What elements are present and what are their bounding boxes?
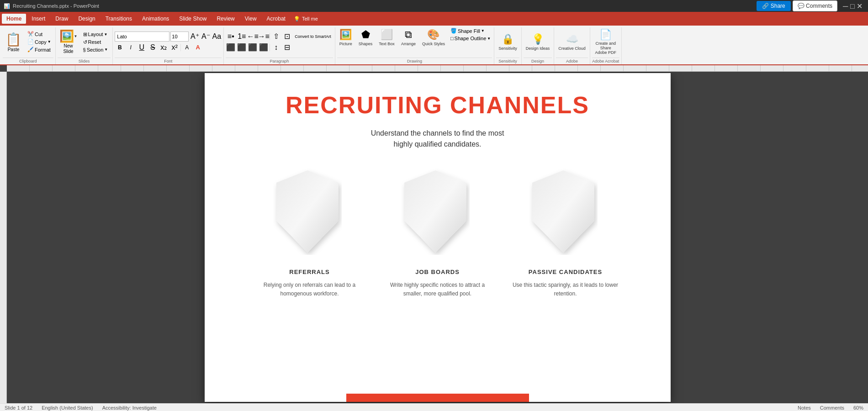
shape-outline-button[interactable]: □Shape Outline▼ — [449, 35, 492, 42]
columns-button[interactable]: ⊟ — [282, 42, 292, 53]
bold-button[interactable]: B — [115, 42, 125, 53]
text-box-button[interactable]: ⬜ Text Box — [376, 27, 397, 47]
layout-button[interactable]: ⊞Layout▼ — [82, 31, 109, 38]
card-title-jobboards: JOB BOARDS — [415, 269, 460, 275]
svg-marker-1 — [404, 170, 466, 253]
comments-status[interactable]: Comments — [820, 405, 844, 411]
menu-view[interactable]: View — [240, 14, 261, 24]
sensitivity-group: 🔒 Sensitivity Sensitivity — [494, 27, 522, 64]
picture-button[interactable]: 🖼️ Picture — [337, 27, 355, 47]
accessibility-info: Accessibility: Investigate — [102, 405, 157, 411]
italic-button[interactable]: I — [126, 42, 136, 53]
paragraph-group: ≡• 1≡ ←≡ →≡ ⇧ ⊡ Convert to SmartArt ⬛ ⬛ … — [224, 27, 335, 64]
align-left-button[interactable]: ⬛ — [226, 42, 236, 53]
slides-label: Slides — [58, 58, 111, 63]
ribbon-toolbar: 📋 Paste ✂️Cut 📄Copy▼ 🖌️Format Clipboard — [0, 26, 868, 65]
language-info: English (United States) — [42, 405, 93, 411]
design-ideas-group: 💡 Design Ideas Design — [522, 27, 555, 64]
strikethrough-button[interactable]: S — [148, 42, 158, 53]
zoom-level: 60% — [853, 405, 863, 411]
vertical-ruler — [0, 72, 7, 403]
creative-cloud-button[interactable]: ☁️ Creative Cloud — [556, 32, 588, 52]
shield-svg-referrals — [273, 168, 342, 255]
shield-svg-passive — [529, 168, 598, 255]
tell-me-box[interactable]: 💡 Tell me — [294, 16, 318, 22]
card-passive[interactable]: PASSIVE CANDIDATES Use this tactic spari… — [511, 168, 620, 298]
menu-design[interactable]: Design — [74, 14, 100, 24]
menu-animations[interactable]: Animations — [138, 14, 174, 24]
notes-button[interactable]: Notes — [798, 405, 811, 411]
indent-decrease-button[interactable]: ←≡ — [248, 32, 258, 42]
sensitivity-button[interactable]: 🔒 Sensitivity — [496, 32, 519, 52]
clipboard-group: 📋 Paste ✂️Cut 📄Copy▼ 🖌️Format Clipboard — [1, 27, 56, 64]
cards-container: REFERRALS Relying only on referrals can … — [232, 168, 643, 298]
clipboard-label: Clipboard — [3, 58, 53, 63]
creative-cloud-group: ☁️ Creative Cloud Adobe — [554, 27, 590, 64]
copy-button[interactable]: 📄Copy▼ — [26, 38, 53, 45]
align-center-button[interactable]: ⬛ — [237, 42, 247, 53]
font-color-button[interactable]: A — [193, 42, 203, 53]
card-desc-referrals: Relying only on referrals can lead to a … — [255, 281, 365, 298]
indent-increase-button[interactable]: →≡ — [259, 32, 269, 42]
line-spacing-button[interactable]: ↕ — [271, 42, 281, 53]
justify-button[interactable]: ⬛ — [259, 42, 269, 53]
menu-review[interactable]: Review — [212, 14, 239, 24]
slides-group: 🖼️ ▼ NewSlide ⊞Layout▼ ↺Reset §Section▼ … — [56, 27, 113, 64]
card-shape-referrals — [273, 168, 346, 259]
subscript-button[interactable]: x₂ — [159, 42, 169, 53]
menu-insert[interactable]: Insert — [27, 14, 50, 24]
horizontal-ruler — [7, 65, 868, 71]
slide-footer-bar — [346, 394, 529, 402]
superscript-button[interactable]: x² — [169, 42, 180, 53]
underline-button[interactable]: U — [137, 42, 147, 53]
menu-acrobat[interactable]: Acrobat — [262, 14, 290, 24]
quick-styles-button[interactable]: 🎨 Quick Styles — [420, 27, 447, 47]
create-share-pdf-button[interactable]: 📄 Create and Share Adobe PDF — [592, 27, 619, 57]
slide-info: Slide 1 of 12 — [5, 405, 32, 411]
new-slide-button[interactable]: 🖼️ ▼ NewSlide — [58, 28, 79, 55]
card-referrals[interactable]: REFERRALS Relying only on referrals can … — [255, 168, 365, 298]
bullets-button[interactable]: ≡• — [226, 32, 236, 42]
reset-button[interactable]: ↺Reset — [82, 39, 109, 46]
card-desc-jobboards: Write highly specific notices to attract… — [383, 281, 492, 298]
font-size-input[interactable] — [170, 32, 189, 42]
card-desc-passive: Use this tactic sparingly, as it leads t… — [511, 281, 620, 298]
card-title-passive: PASSIVE CANDIDATES — [529, 269, 602, 275]
drawing-group: 🖼️ Picture ⬟ Shapes ⬜ Text Box ⧉ Arrange… — [335, 27, 494, 64]
paragraph-label: Paragraph — [226, 58, 333, 63]
menu-slideshow[interactable]: Slide Show — [175, 14, 211, 24]
clear-format-button[interactable]: Aa — [212, 32, 222, 42]
design-ideas-button[interactable]: 💡 Design Ideas — [524, 32, 552, 52]
menu-transitions[interactable]: Transitions — [101, 14, 137, 24]
menu-home[interactable]: Home — [2, 14, 26, 24]
drawing-label: Drawing — [337, 58, 492, 63]
increase-font-button[interactable]: A⁺ — [190, 32, 200, 42]
highlight-button[interactable]: A — [182, 42, 192, 53]
cut-button[interactable]: ✂️Cut — [26, 31, 53, 37]
align-right-button[interactable]: ⬛ — [248, 42, 258, 53]
convert-smartart-button[interactable]: Convert to SmartArt — [293, 32, 333, 42]
text-direction-button[interactable]: ⇧ — [271, 32, 281, 42]
section-button[interactable]: §Section▼ — [82, 47, 109, 53]
share-button[interactable]: 🔗 Share — [757, 1, 791, 11]
creative-cloud-label: Adobe — [556, 58, 588, 63]
card-title-referrals: REFERRALS — [289, 269, 329, 275]
font-name-input[interactable] — [115, 32, 169, 42]
card-shape-jobboards — [401, 168, 474, 259]
decrease-font-button[interactable]: A⁻ — [201, 32, 211, 42]
shield-svg-jobboards — [401, 168, 470, 255]
shape-fill-button[interactable]: 🪣Shape Fill▼ — [449, 27, 492, 34]
card-jobboards[interactable]: JOB BOARDS Write highly specific notices… — [383, 168, 492, 298]
svg-marker-2 — [532, 170, 594, 253]
numbering-button[interactable]: 1≡ — [237, 32, 247, 42]
comments-button[interactable]: 💬 Comments — [793, 0, 837, 11]
slide-subtitle: Understand the channels to find the most… — [371, 128, 504, 150]
menu-draw[interactable]: Draw — [51, 14, 73, 24]
comment-icon: 💬 — [798, 3, 804, 9]
paste-button[interactable]: 📋 Paste — [3, 31, 24, 53]
arrange-button[interactable]: ⧉ Arrange — [399, 27, 418, 47]
format-painter-button[interactable]: 🖌️Format — [26, 46, 53, 53]
slide-title: RECRUITING CHANNELS — [286, 91, 589, 119]
shapes-button[interactable]: ⬟ Shapes — [356, 27, 375, 47]
align-text-button[interactable]: ⊡ — [282, 32, 292, 42]
